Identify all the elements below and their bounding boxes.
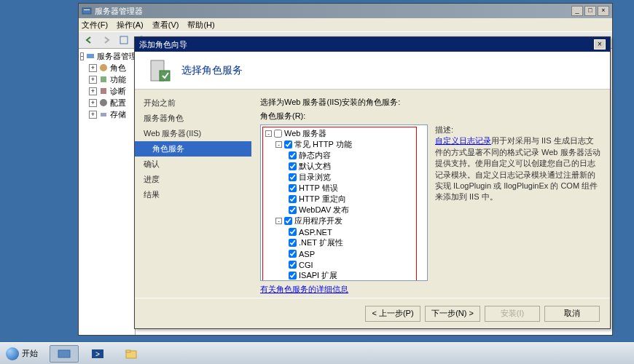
storage-icon	[98, 109, 109, 119]
checkbox[interactable]	[289, 228, 297, 236]
expand-icon[interactable]: +	[89, 111, 97, 119]
role-app-dev[interactable]: -应用程序开发	[262, 215, 426, 226]
tree-item-roles[interactable]: +角色	[80, 62, 133, 74]
menu-file[interactable]: 文件(F)	[82, 20, 108, 31]
step-role-service[interactable]: 角色服务	[135, 141, 251, 157]
tree-item-features[interactable]: +功能	[80, 74, 133, 85]
role-default-doc[interactable]: 默认文档	[262, 161, 426, 172]
dialog-header: 选择角色服务	[135, 52, 610, 90]
role-services-tree[interactable]: -Web 服务器 -常见 HTTP 功能 静态内容 默认文档 目录浏览 HTTP…	[260, 124, 428, 281]
role-http-errors[interactable]: HTTP 错误	[262, 183, 426, 194]
menu-action[interactable]: 操作(A)	[117, 20, 144, 31]
minimize-button[interactable]: _	[571, 6, 583, 16]
role-net-ext[interactable]: .NET 扩展性	[262, 237, 426, 248]
step-result[interactable]: 结果	[135, 187, 251, 202]
taskbar[interactable]: 开始 >	[0, 342, 634, 364]
add-roles-wizard: 添加角色向导 × 选择角色服务 开始之前 服务器角色 Web 服务器(IIS) …	[134, 36, 611, 329]
collapse-icon[interactable]: -	[275, 141, 282, 148]
diag-icon	[98, 86, 109, 96]
next-button[interactable]: 下一步(N) >	[425, 306, 480, 322]
collapse-icon[interactable]: -	[80, 52, 84, 60]
checkbox[interactable]	[289, 151, 297, 159]
features-icon	[98, 74, 109, 84]
role-webdav[interactable]: WebDAV 发布	[262, 205, 426, 215]
role-http-redirect[interactable]: HTTP 重定向	[262, 194, 426, 205]
prev-button[interactable]: < 上一步(P)	[365, 306, 420, 322]
more-info-link[interactable]: 有关角色服务的详细信息	[260, 285, 348, 293]
tree-root[interactable]: - 服务器管理器 (1(	[80, 50, 133, 62]
role-common-http[interactable]: -常见 HTTP 功能	[262, 139, 426, 150]
refresh-button[interactable]	[117, 33, 131, 47]
svg-rect-10	[101, 113, 106, 116]
checkbox[interactable]	[289, 184, 297, 192]
step-progress[interactable]: 进度	[135, 172, 251, 187]
dialog-close-button[interactable]: ×	[594, 39, 606, 50]
checkbox[interactable]	[289, 261, 297, 269]
expand-icon[interactable]: +	[89, 87, 97, 95]
install-button: 安装(I)	[485, 306, 540, 322]
collapse-icon[interactable]: -	[275, 218, 282, 224]
svg-rect-1	[84, 9, 90, 10]
svg-rect-7	[101, 76, 106, 82]
dialog-titlebar[interactable]: 添加角色向导 ×	[135, 37, 610, 52]
dialog-header-title: 选择角色服务	[181, 64, 243, 77]
role-cgi[interactable]: CGI	[262, 259, 426, 270]
cancel-button[interactable]: 取消	[544, 306, 600, 322]
windows-orb-icon	[6, 347, 19, 360]
window-buttons: _ □ ×	[571, 6, 609, 16]
menu-view[interactable]: 查看(V)	[152, 20, 179, 31]
checkbox[interactable]	[289, 195, 297, 203]
tree-pane[interactable]: - 服务器管理器 (1( +角色 +功能 +诊断 +配置 +存储	[79, 49, 136, 335]
expand-icon[interactable]: +	[89, 99, 97, 107]
role-web-server[interactable]: -Web 服务器	[262, 128, 426, 139]
checkbox[interactable]	[289, 239, 297, 247]
checkbox[interactable]	[289, 162, 297, 170]
role-aspnet[interactable]: ASP.NET	[262, 226, 426, 237]
role-isapi-ext[interactable]: ISAPI 扩展	[262, 270, 426, 281]
taskbar-item-powershell[interactable]: >	[83, 345, 112, 363]
checkbox[interactable]	[274, 130, 282, 138]
step-web-iis[interactable]: Web 服务器(IIS)	[135, 126, 251, 141]
desc-link[interactable]: 自定义日志记录	[435, 136, 491, 145]
tree-item-storage[interactable]: +存储	[80, 108, 133, 120]
expand-icon[interactable]: +	[89, 76, 97, 84]
server-manager-icon	[82, 6, 92, 16]
tree-root-label: 服务器管理器 (1(	[97, 51, 136, 62]
step-server-role[interactable]: 服务器角色	[135, 111, 251, 126]
checkbox[interactable]	[289, 272, 297, 280]
tree-item-diag[interactable]: +诊断	[80, 85, 133, 97]
step-confirm[interactable]: 确认	[135, 157, 251, 172]
close-button[interactable]: ×	[598, 6, 609, 16]
svg-point-6	[100, 64, 107, 71]
svg-rect-13	[58, 350, 70, 357]
start-button[interactable]: 开始	[3, 345, 45, 363]
taskbar-item-server-manager[interactable]	[50, 345, 79, 363]
dialog-main: 选择为Web 服务器(IIS)安装的角色服务: 角色服务(R): -Web 服务…	[251, 90, 610, 298]
checkbox[interactable]	[289, 206, 297, 214]
dialog-footer: < 上一步(P) 下一步(N) > 安装(I) 取消	[135, 298, 610, 328]
svg-rect-8	[101, 88, 106, 94]
maximize-button[interactable]: □	[584, 6, 596, 16]
menu-help[interactable]: 帮助(H)	[187, 20, 214, 31]
svg-rect-0	[82, 8, 91, 14]
back-button[interactable]	[82, 33, 96, 47]
forward-button[interactable]	[99, 33, 114, 47]
role-asp[interactable]: ASP	[262, 248, 426, 259]
main-titlebar[interactable]: 服务器管理器 _ □ ×	[79, 4, 612, 18]
role-static-content[interactable]: 静态内容	[262, 150, 426, 161]
step-before[interactable]: 开始之前	[135, 95, 251, 111]
svg-point-9	[100, 99, 107, 106]
dialog-body: 开始之前 服务器角色 Web 服务器(IIS) 角色服务 确认 进度 结果 选择…	[135, 90, 610, 298]
taskbar-item-explorer[interactable]	[117, 345, 146, 363]
collapse-icon[interactable]: -	[265, 130, 272, 137]
dialog-title: 添加角色向导	[139, 39, 594, 50]
checkbox[interactable]	[289, 173, 297, 181]
checkbox[interactable]	[289, 250, 297, 258]
role-dir-browse[interactable]: 目录浏览	[262, 172, 426, 183]
svg-text:>: >	[95, 350, 100, 358]
menubar: 文件(F) 操作(A) 查看(V) 帮助(H)	[79, 18, 612, 31]
tree-item-config[interactable]: +配置	[80, 97, 133, 108]
expand-icon[interactable]: +	[89, 64, 97, 72]
checkbox[interactable]	[284, 217, 292, 225]
checkbox[interactable]	[284, 141, 292, 149]
